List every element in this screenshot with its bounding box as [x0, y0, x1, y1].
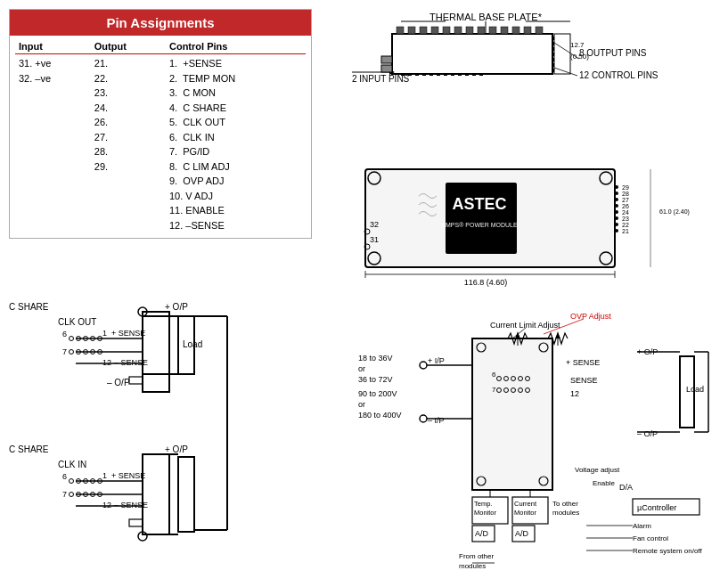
label-2input: 2 INPUT PINS: [352, 74, 410, 84]
svg-rect-12: [489, 27, 496, 34]
label-enable: Enable: [593, 479, 615, 487]
label-ovp: OVP Adjust: [570, 312, 611, 321]
label-sense-right: SENSE: [570, 376, 598, 385]
volt-or2: or: [358, 400, 365, 409]
pin-assignments-panel: Pin Assignments Input Output Control Pin…: [9, 9, 312, 239]
label-cshare-bot: C SHARE: [9, 444, 49, 454]
wiring-left-diagram: C SHARE CLK OUT + O/P 6 1 + SENSE 7 12 –…: [4, 294, 348, 570]
module-sub: AMPS® POWER MODULE: [441, 222, 518, 228]
col-output: Output: [91, 39, 166, 54]
svg-point-57: [615, 229, 618, 232]
label-remote: Remote system on/off: [633, 547, 702, 555]
svg-rect-16: [536, 27, 543, 34]
control-col: 1. +SENSE 2. TEMP MON 3. C MON 4. C SHAR…: [166, 54, 306, 235]
svg-point-56: [615, 223, 618, 226]
svg-text:21: 21: [622, 228, 629, 234]
label-opp-top: + O/P: [165, 302, 188, 312]
svg-rect-34: [429, 74, 433, 76]
svg-rect-24: [552, 42, 554, 45]
svg-point-77: [70, 350, 74, 355]
svg-text:Monitor: Monitor: [514, 509, 537, 517]
module-diagram: ASTEC AMPS® POWER MODULE 32 31 29 28 27 …: [348, 160, 713, 298]
thermal-svg: THERMAL BASE PLATE* 12.7 (0.50) 2 INPUT …: [348, 7, 713, 159]
svg-point-117: [420, 415, 427, 422]
svg-text:23: 23: [622, 216, 629, 222]
svg-rect-17: [554, 34, 570, 74]
svg-text:+ SENSE: + SENSE: [111, 471, 145, 480]
svg-rect-10: [466, 27, 473, 34]
astec-brand: ASTEC: [452, 195, 506, 213]
svg-text:Monitor: Monitor: [474, 509, 497, 517]
num6-right: 6: [492, 371, 496, 379]
rpin29: 29: [622, 184, 629, 191]
svg-rect-85: [129, 377, 143, 384]
svg-rect-3: [392, 34, 552, 74]
svg-rect-8: [443, 27, 450, 34]
label-load-right: Load: [686, 385, 704, 394]
svg-text:27: 27: [622, 197, 629, 203]
num7-right: 7: [492, 386, 496, 394]
pin-assignments-title: Pin Assignments: [10, 10, 311, 36]
label-cshare-top: C SHARE: [9, 302, 49, 312]
wiring-right-diagram: 18 to 36V or 36 to 72V 90 to 200V or 180…: [356, 294, 722, 579]
num12-bot: 12: [102, 501, 111, 510]
svg-point-54: [615, 210, 618, 214]
thermal-title: THERMAL BASE PLATE*: [429, 12, 543, 22]
svg-rect-118: [472, 338, 552, 490]
svg-rect-33: [422, 74, 426, 76]
label-8output: 8 OUTPUT PINS: [579, 48, 647, 58]
svg-rect-107: [143, 454, 169, 534]
label-toother: To other: [552, 500, 578, 508]
svg-rect-25: [552, 47, 554, 51]
volt1: 18 to 36V: [358, 354, 393, 363]
svg-point-92: [70, 479, 74, 484]
svg-rect-28: [552, 63, 554, 67]
svg-text:26: 26: [622, 203, 629, 209]
svg-point-55: [615, 216, 618, 220]
num6-bot: 6: [62, 472, 67, 481]
num6-top: 6: [62, 330, 67, 338]
svg-point-51: [615, 192, 618, 195]
volt2: 36 to 72V: [358, 375, 393, 384]
svg-text:22: 22: [622, 222, 629, 228]
svg-line-22: [554, 68, 577, 76]
volt-or1: or: [358, 364, 365, 373]
svg-rect-23: [552, 37, 554, 40]
label-minus-ip: – I/P: [428, 416, 445, 425]
svg-point-116: [420, 362, 427, 369]
num7-bot: 7: [62, 490, 67, 499]
svg-point-98: [70, 493, 74, 497]
label-clkin: CLK IN: [58, 460, 86, 469]
volt3: 90 to 200V: [358, 389, 397, 398]
svg-rect-15: [524, 27, 531, 34]
label-plus-ip: + I/P: [428, 356, 445, 365]
output-col: 21.22.23.24.26.27.28.29.: [91, 54, 166, 235]
svg-text:24: 24: [622, 209, 629, 216]
svg-rect-27: [552, 58, 554, 61]
svg-rect-30: [401, 74, 405, 76]
svg-rect-26: [552, 53, 554, 56]
svg-rect-4: [397, 27, 404, 34]
wiring-right-svg: 18 to 36V or 36 to 72V 90 to 200V or 180…: [356, 294, 722, 579]
label-fromother: From other: [459, 552, 494, 560]
svg-rect-110: [178, 457, 194, 532]
svg-rect-47: [446, 183, 517, 254]
svg-rect-39: [465, 74, 469, 76]
label-temp-mon: Temp.: [474, 500, 492, 508]
pin31: 31: [370, 235, 379, 244]
label-om-top: – O/P: [107, 378, 130, 387]
thermal-diagram: THERMAL BASE PLATE* 12.7 (0.50) 2 INPUT …: [348, 7, 713, 159]
svg-rect-20: [381, 65, 392, 72]
svg-rect-14: [512, 27, 519, 34]
svg-rect-37: [451, 74, 454, 76]
svg-rect-40: [472, 74, 476, 76]
label-sense-plus-right: + SENSE: [566, 358, 600, 367]
svg-rect-13: [501, 27, 508, 34]
module-dim: 116.8 (4.60): [464, 278, 508, 287]
label-da: D/A: [619, 483, 633, 492]
label-opp-bot: + O/P: [165, 444, 188, 454]
svg-rect-11: [478, 27, 485, 34]
label-voltadj: Voltage adjust: [575, 466, 620, 474]
input-col: 31. +ve32. –ve: [15, 54, 91, 235]
module-svg: ASTEC AMPS® POWER MODULE 32 31 29 28 27 …: [348, 160, 713, 303]
